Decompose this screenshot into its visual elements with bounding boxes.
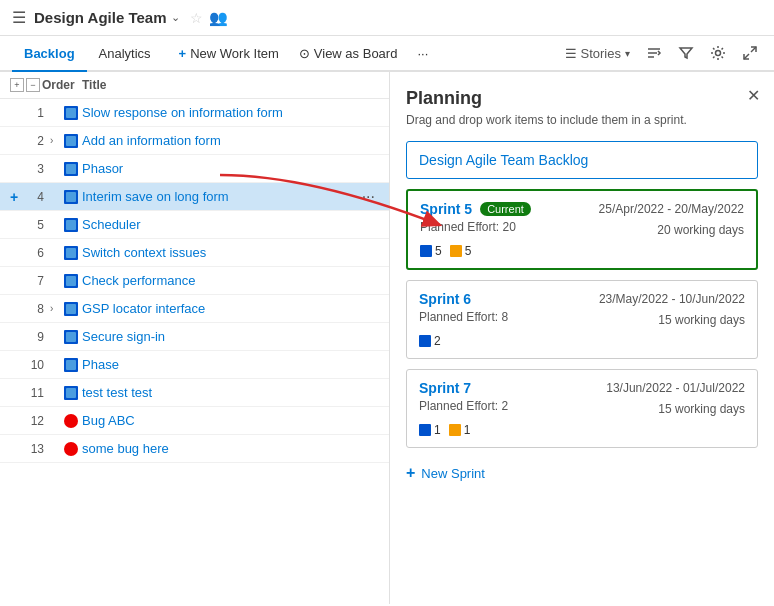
sprint-5-effort: Planned Effort: 20 bbox=[420, 220, 516, 234]
sprint-7-header: Sprint 7 13/Jun/2022 - 01/Jul/2022 bbox=[419, 380, 745, 396]
row-expand-btn bbox=[50, 415, 64, 426]
backlog-sprint-card[interactable]: Design Agile Team Backlog bbox=[406, 141, 758, 179]
bug-icon bbox=[64, 414, 78, 428]
new-sprint-button[interactable]: + New Sprint bbox=[406, 458, 758, 488]
table-row: + 5 Scheduler bbox=[0, 211, 389, 239]
planning-subtitle: Drag and drop work items to include them… bbox=[406, 113, 758, 127]
row-number: 6 bbox=[26, 246, 50, 260]
sprint-7-items: 1 1 bbox=[419, 423, 745, 437]
row-title[interactable]: Slow response on information form bbox=[82, 105, 379, 120]
row-title[interactable]: Interim save on long form bbox=[82, 189, 358, 204]
tab-analytics[interactable]: Analytics bbox=[87, 36, 163, 72]
people-icon[interactable]: 👥 bbox=[209, 9, 228, 27]
row-title[interactable]: Scheduler bbox=[82, 217, 379, 232]
story-icon bbox=[64, 134, 78, 148]
task-count-icon bbox=[450, 245, 462, 257]
stories-label: Stories bbox=[581, 46, 621, 61]
table-row: + 7 Check performance bbox=[0, 267, 389, 295]
story-count-icon bbox=[419, 335, 431, 347]
sprint-5-name-group: Sprint 5 Current bbox=[420, 201, 531, 217]
header: ☰ Design Agile Team ⌄ ☆ 👥 bbox=[0, 0, 774, 36]
row-title[interactable]: Phasor bbox=[82, 161, 379, 176]
new-work-item-button[interactable]: + New Work Item bbox=[171, 42, 287, 65]
row-title[interactable]: Phase bbox=[82, 357, 379, 372]
row-number: 2 bbox=[26, 134, 50, 148]
table-row: + 10 Phase bbox=[0, 351, 389, 379]
row-number: 8 bbox=[26, 302, 50, 316]
expand-controls: + − bbox=[10, 78, 42, 92]
sprint-6-story-count: 2 bbox=[419, 334, 441, 348]
table-row: + 9 Secure sign-in bbox=[0, 323, 389, 351]
row-number: 13 bbox=[26, 442, 50, 456]
planning-title: Planning bbox=[406, 88, 758, 109]
table-row: + 4 Interim save on long form ··· bbox=[0, 183, 389, 211]
sprint-6-dates: 23/May/2022 - 10/Jun/2022 bbox=[599, 292, 745, 306]
project-title: Design Agile Team bbox=[34, 9, 167, 26]
row-expand-btn[interactable]: › bbox=[50, 303, 64, 314]
expand-all-btn[interactable]: + bbox=[10, 78, 24, 92]
tab-backlog[interactable]: Backlog bbox=[12, 36, 87, 72]
sprint-5-header: Sprint 5 Current 25/Apr/2022 - 20/May/20… bbox=[420, 201, 744, 217]
row-title[interactable]: Add an information form bbox=[82, 133, 379, 148]
menu-icon[interactable]: ☰ bbox=[12, 8, 26, 27]
view-as-board-button[interactable]: ⊙ View as Board bbox=[291, 42, 406, 65]
row-add-btn[interactable]: + bbox=[10, 189, 26, 205]
row-expand-btn[interactable]: › bbox=[50, 135, 64, 146]
collapse-all-btn[interactable]: − bbox=[26, 78, 40, 92]
sort-icon bbox=[646, 45, 662, 61]
table-row: + 13 some bug here bbox=[0, 435, 389, 463]
row-expand-btn bbox=[50, 247, 64, 258]
plus-icon: + bbox=[179, 46, 187, 61]
row-number: 11 bbox=[26, 386, 50, 400]
row-title[interactable]: Switch context issues bbox=[82, 245, 379, 260]
sprint-6-name: Sprint 6 bbox=[419, 291, 471, 307]
row-menu-btn[interactable]: ··· bbox=[358, 188, 379, 206]
sprint-5-dates: 25/Apr/2022 - 20/May/2022 bbox=[599, 202, 744, 216]
row-title[interactable]: Bug ABC bbox=[82, 413, 379, 428]
nav-actions: + New Work Item ⊙ View as Board ··· bbox=[171, 42, 437, 65]
sprint-card-7[interactable]: Sprint 7 13/Jun/2022 - 01/Jul/2022 Plann… bbox=[406, 369, 758, 448]
sprint-card-5[interactable]: Sprint 5 Current 25/Apr/2022 - 20/May/20… bbox=[406, 189, 758, 270]
order-column-header: Order bbox=[42, 78, 82, 92]
story-count-icon bbox=[419, 424, 431, 436]
star-icon[interactable]: ☆ bbox=[190, 10, 203, 26]
settings-button[interactable] bbox=[706, 41, 730, 65]
sort-button[interactable] bbox=[642, 41, 666, 65]
board-icon: ⊙ bbox=[299, 46, 310, 61]
sprint-6-story-num: 2 bbox=[434, 334, 441, 348]
view-as-board-label: View as Board bbox=[314, 46, 398, 61]
row-title[interactable]: Check performance bbox=[82, 273, 379, 288]
sprint-7-days: 15 working days bbox=[658, 402, 745, 416]
row-title[interactable]: test test test bbox=[82, 385, 379, 400]
main-content: + − Order Title + 1 Slow response on inf… bbox=[0, 72, 774, 604]
row-number: 10 bbox=[26, 358, 50, 372]
row-expand-btn bbox=[50, 191, 64, 202]
chevron-down-icon: ▾ bbox=[625, 48, 630, 59]
story-icon bbox=[64, 246, 78, 260]
row-title[interactable]: Secure sign-in bbox=[82, 329, 379, 344]
sprint-6-meta: Planned Effort: 8 15 working days bbox=[419, 310, 745, 330]
gear-icon bbox=[710, 45, 726, 61]
close-button[interactable]: ✕ bbox=[747, 86, 760, 105]
table-row: + 1 Slow response on information form bbox=[0, 99, 389, 127]
backlog-header: + − Order Title bbox=[0, 72, 389, 99]
stories-dropdown[interactable]: ☰ Stories ▾ bbox=[561, 42, 634, 65]
filter-button[interactable] bbox=[674, 41, 698, 65]
planning-panel: Planning Drag and drop work items to inc… bbox=[390, 72, 774, 604]
sprint-5-name: Sprint 5 bbox=[420, 201, 472, 217]
more-button[interactable]: ··· bbox=[409, 42, 436, 65]
bug-icon bbox=[64, 442, 78, 456]
sprint-card-6[interactable]: Sprint 6 23/May/2022 - 10/Jun/2022 Plann… bbox=[406, 280, 758, 359]
row-title[interactable]: GSP locator interface bbox=[82, 301, 379, 316]
sprint-5-task-num: 5 bbox=[465, 244, 472, 258]
sprint-7-story-count: 1 bbox=[419, 423, 441, 437]
row-title[interactable]: some bug here bbox=[82, 441, 379, 456]
expand-button[interactable] bbox=[738, 41, 762, 65]
story-icon bbox=[64, 190, 78, 204]
sprint-5-story-count: 5 bbox=[420, 244, 442, 258]
sprint-7-name: Sprint 7 bbox=[419, 380, 471, 396]
backlog-list: + − Order Title + 1 Slow response on inf… bbox=[0, 72, 390, 604]
sprint-5-items: 5 5 bbox=[420, 244, 744, 258]
row-number: 9 bbox=[26, 330, 50, 344]
row-expand-btn bbox=[50, 275, 64, 286]
